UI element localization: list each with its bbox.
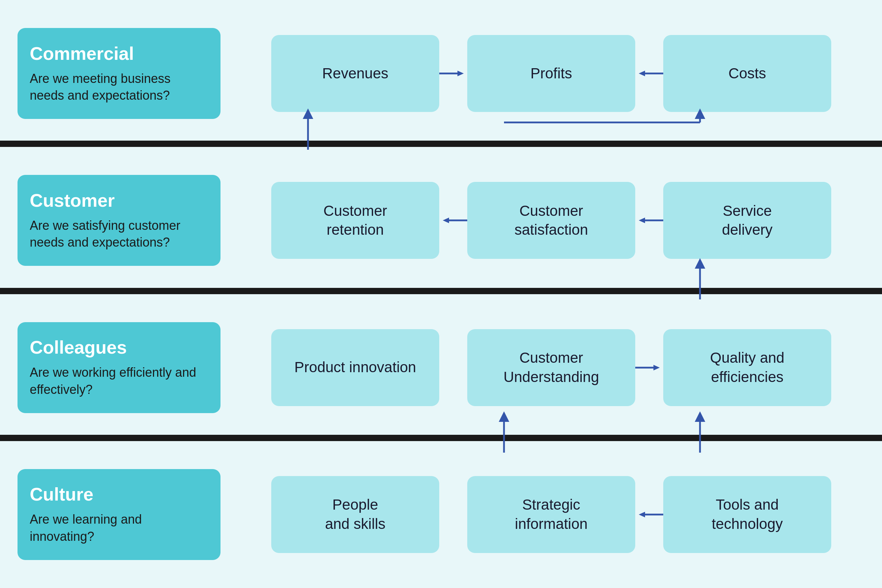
svg-marker-20 bbox=[654, 365, 660, 370]
customer-satisfaction-card: Customersatisfaction bbox=[467, 182, 635, 259]
tools-strategic-arrow bbox=[635, 507, 663, 522]
customer-cards: Customerretention Customersatisfaction S… bbox=[234, 171, 882, 269]
people-skills-card: Peopleand skills bbox=[271, 476, 439, 553]
revenues-profits-arrow bbox=[439, 66, 467, 81]
customer-row: Customer Are we satisfying customer need… bbox=[0, 147, 882, 294]
commercial-label-box: Commercial Are we meeting business needs… bbox=[18, 28, 221, 119]
svg-marker-14 bbox=[639, 70, 645, 76]
culture-label-box: Culture Are we learning and innovating? bbox=[18, 469, 221, 560]
satisfaction-retention-arrow bbox=[439, 213, 467, 227]
commercial-row: Commercial Are we meeting business needs… bbox=[0, 0, 882, 147]
commercial-cards: Revenues Profits Costs bbox=[234, 24, 882, 122]
profits-card: Profits bbox=[467, 35, 635, 112]
service-delivery-card: Servicedelivery bbox=[663, 182, 831, 259]
tools-technology-card: Tools andtechnology bbox=[663, 476, 831, 553]
delivery-satisfaction-arrow bbox=[635, 213, 663, 227]
commercial-title: Commercial bbox=[30, 43, 208, 64]
customer-label-box: Customer Are we satisfying customer need… bbox=[18, 175, 221, 266]
quality-efficiencies-card: Quality andefficiencies bbox=[663, 329, 831, 406]
product-innovation-card: Product innovation bbox=[271, 329, 439, 406]
svg-marker-16 bbox=[443, 218, 449, 223]
culture-row: Culture Are we learning and innovating? … bbox=[0, 441, 882, 588]
colleagues-desc: Are we working efficiently and effective… bbox=[30, 364, 208, 398]
strategic-information-card: Strategicinformation bbox=[467, 476, 635, 553]
culture-cards: Peopleand skills Strategicinformation To… bbox=[234, 466, 882, 564]
customer-desc: Are we satisfying customer needs and exp… bbox=[30, 217, 208, 251]
commercial-desc: Are we meeting business needs and expect… bbox=[30, 70, 208, 104]
culture-title: Culture bbox=[30, 484, 208, 505]
understanding-quality-arrow bbox=[635, 361, 663, 375]
customer-understanding-card: CustomerUnderstanding bbox=[467, 329, 635, 406]
colleagues-row: Colleagues Are we working efficiently an… bbox=[0, 294, 882, 441]
culture-desc: Are we learning and innovating? bbox=[30, 511, 208, 545]
costs-card: Costs bbox=[663, 35, 831, 112]
svg-marker-12 bbox=[457, 70, 464, 76]
costs-profits-arrow bbox=[635, 66, 663, 81]
svg-marker-22 bbox=[639, 512, 645, 518]
customer-title: Customer bbox=[30, 190, 208, 211]
diagram: Commercial Are we meeting business needs… bbox=[0, 0, 882, 588]
revenues-card: Revenues bbox=[271, 35, 439, 112]
svg-marker-18 bbox=[639, 218, 645, 223]
customer-retention-card: Customerretention bbox=[271, 182, 439, 259]
colleagues-cards: Product innovation CustomerUnderstanding… bbox=[234, 319, 882, 417]
colleagues-title: Colleagues bbox=[30, 337, 208, 358]
colleagues-label-box: Colleagues Are we working efficiently an… bbox=[18, 322, 221, 413]
